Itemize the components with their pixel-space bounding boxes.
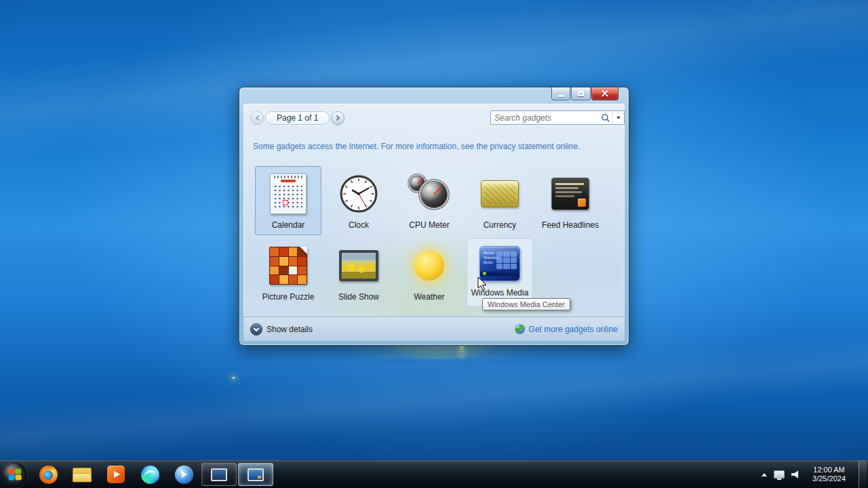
internet-privacy-notice: Some gadgets access the Internet. For mo… bbox=[253, 142, 580, 151]
gadget-gallery-body: Page 1 of 1 Some gadgets access the Inte… bbox=[243, 104, 625, 341]
taskbar-open-window-button[interactable] bbox=[201, 463, 237, 486]
clock-gadget-icon bbox=[339, 174, 378, 214]
gadget-label: Calendar bbox=[272, 221, 305, 230]
gadget-gallery-window-icon bbox=[248, 468, 264, 481]
picture-puzzle-gadget-icon bbox=[269, 247, 307, 285]
windows-logo-icon bbox=[8, 468, 22, 481]
tooltip: Windows Media Center bbox=[482, 298, 570, 310]
rss-icon bbox=[578, 199, 586, 207]
desktop-wallpaper[interactable]: Page 1 of 1 Some gadgets access the Inte… bbox=[0, 0, 868, 488]
weather-sun-gadget-icon bbox=[414, 251, 444, 281]
gadget-label: Currency bbox=[484, 221, 517, 230]
gadget-gallery-window: Page 1 of 1 Some gadgets access the Inte… bbox=[239, 87, 629, 346]
search-button[interactable] bbox=[599, 111, 612, 124]
search-icon bbox=[601, 113, 610, 123]
taskbar-gadget-gallery-button[interactable] bbox=[238, 463, 273, 486]
gadget-label: Weather bbox=[414, 293, 444, 302]
next-page-button[interactable] bbox=[331, 111, 344, 125]
search-options-dropdown[interactable] bbox=[612, 111, 624, 124]
wallpaper-light-drip bbox=[460, 344, 463, 355]
page-indicator: Page 1 of 1 bbox=[265, 111, 330, 125]
media-player-blue-icon bbox=[175, 466, 193, 484]
gadget-label: Picture Puzzle bbox=[262, 293, 315, 302]
show-hidden-icons-button[interactable] bbox=[762, 473, 767, 476]
network-icon[interactable] bbox=[774, 471, 784, 478]
gallery-toolbar: Page 1 of 1 bbox=[250, 110, 625, 125]
taskbar: 12:00 AM 3/25/2024 bbox=[0, 460, 868, 488]
calendar-gadget-icon bbox=[270, 174, 307, 214]
firefox-icon bbox=[39, 466, 58, 484]
taskbar-media-player-button[interactable] bbox=[99, 461, 133, 488]
chevron-left-icon bbox=[255, 115, 260, 121]
taskbar-edge-button[interactable] bbox=[133, 461, 167, 488]
clock-time: 12:00 AM bbox=[812, 466, 846, 474]
minimize-icon bbox=[558, 95, 564, 97]
folder-icon bbox=[73, 468, 92, 482]
minimize-button[interactable] bbox=[551, 87, 570, 100]
windows-media-center-gadget-icon: Movies Television Music bbox=[479, 246, 520, 281]
gadget-label: Clock bbox=[349, 221, 369, 230]
gadget-label: CPU Meter bbox=[409, 221, 449, 230]
start-button[interactable] bbox=[2, 462, 27, 487]
gadget-tile-picture-puzzle[interactable]: Picture Puzzle bbox=[255, 238, 321, 307]
gadget-tile-weather[interactable]: Weather bbox=[396, 238, 462, 307]
chevron-right-icon bbox=[334, 115, 340, 121]
close-icon bbox=[601, 89, 609, 98]
gallery-footer: Show details Get more gadgets online bbox=[243, 317, 625, 341]
taskbar-media-app-button[interactable] bbox=[167, 461, 201, 488]
gadget-tile-windows-media-center[interactable]: Movies Television Music Windows Media Ce… bbox=[467, 238, 533, 307]
show-details-label: Show details bbox=[267, 325, 313, 334]
gadget-tile-clock[interactable]: Clock bbox=[326, 166, 392, 235]
gadget-label: Slide Show bbox=[338, 293, 379, 302]
edge-icon bbox=[141, 466, 159, 484]
volume-icon[interactable] bbox=[791, 470, 801, 479]
gadget-tile-cpu-meter[interactable]: CPU Meter bbox=[396, 166, 462, 235]
app-window-icon bbox=[211, 468, 227, 481]
maximize-button[interactable] bbox=[571, 87, 591, 100]
currency-gadget-icon bbox=[481, 180, 519, 207]
close-button[interactable] bbox=[591, 87, 618, 100]
system-tray: 12:00 AM 3/25/2024 bbox=[762, 461, 868, 488]
gadget-tile-feed-headlines[interactable]: Feed Headlines bbox=[537, 166, 604, 235]
globe-icon bbox=[515, 324, 525, 334]
gadget-tile-currency[interactable]: Currency bbox=[467, 166, 533, 235]
taskbar-clock[interactable]: 12:00 AM 3/25/2024 bbox=[808, 466, 850, 483]
chevron-down-icon bbox=[616, 117, 620, 119]
gadget-tile-calendar[interactable]: Calendar bbox=[255, 166, 321, 235]
gadget-label: Feed Headlines bbox=[542, 221, 599, 230]
cpu-meter-gadget-icon bbox=[408, 174, 451, 214]
previous-page-button[interactable] bbox=[250, 111, 264, 125]
taskbar-explorer-button[interactable] bbox=[65, 461, 99, 488]
window-caption-buttons bbox=[551, 87, 618, 100]
get-more-gadgets-label: Get more gadgets online bbox=[529, 325, 618, 334]
maximize-icon bbox=[578, 91, 584, 96]
get-more-gadgets-link[interactable]: Get more gadgets online bbox=[515, 324, 618, 334]
gadget-tile-slide-show[interactable]: Slide Show bbox=[326, 238, 392, 307]
search-box bbox=[490, 110, 625, 125]
media-player-orange-icon bbox=[107, 466, 125, 483]
feed-headlines-gadget-icon bbox=[551, 178, 589, 210]
show-details-button[interactable]: Show details bbox=[250, 323, 313, 336]
wallpaper-sparkles bbox=[233, 377, 235, 379]
taskbar-firefox-button[interactable] bbox=[31, 461, 65, 488]
chevron-down-circle-icon bbox=[250, 323, 262, 336]
show-desktop-button[interactable] bbox=[859, 461, 867, 488]
slide-show-gadget-icon bbox=[339, 250, 378, 281]
clock-date: 3/25/2024 bbox=[812, 474, 846, 483]
search-input[interactable] bbox=[491, 113, 599, 123]
